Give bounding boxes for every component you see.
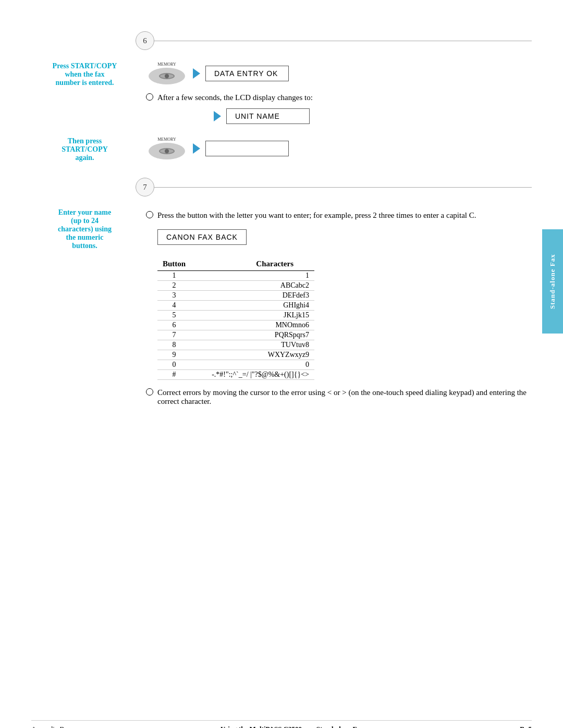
char-table: Button Characters 112ABCabc23DEFdef34GHI…	[157, 258, 314, 380]
canon-box-container: CANON FAX BACK	[157, 225, 532, 251]
table-cell-button: 5	[157, 311, 206, 320]
table-cell-button: 0	[157, 360, 206, 370]
table-row: 2ABCabc2	[157, 281, 314, 291]
table-cell-chars: MNOmno6	[206, 320, 314, 330]
step6-again-right: MEMORY	[146, 134, 532, 162]
table-cell-chars: -.*#!":;^`_=/ |"?$@%&+()[]{}<>	[206, 370, 314, 380]
table-cell-chars: DEFdef3	[206, 291, 314, 301]
table-row: 11	[157, 271, 314, 281]
table-cell-chars: WXYZwxyz9	[206, 350, 314, 360]
col-chars-header: Characters	[206, 258, 314, 271]
table-cell-chars: PQRSpqrs7	[206, 330, 314, 340]
table-cell-button: #	[157, 370, 206, 380]
table-cell-chars: 1	[206, 271, 314, 281]
step6-press-row: Press START/COPY when the fax number is …	[31, 59, 532, 87]
main-content: 6 Press START/COPY when the fax number i…	[31, 31, 532, 411]
bullet-icon-1	[146, 93, 153, 101]
table-cell-chars: TUVtuv8	[206, 340, 314, 350]
step7-bullet-text2: Correct errors by moving the cursor to t…	[157, 388, 532, 406]
table-cell-button: 8	[157, 340, 206, 350]
step6-bullet: After a few seconds, the LCD display cha…	[146, 93, 532, 102]
table-row: 6MNOmno6	[157, 320, 314, 330]
arrow-icon-1	[193, 68, 200, 79]
lcd-unit-name: UNIT NAME	[226, 108, 310, 124]
step6-divider: 6	[31, 31, 532, 50]
table-cell-chars: ABCabc2	[206, 281, 314, 291]
table-cell-button: 4	[157, 301, 206, 311]
arrow-icon-3	[193, 143, 200, 154]
footer-appendix: Appendix B	[31, 725, 64, 728]
step6-line	[154, 41, 532, 41]
table-row: 4GHIghi4	[157, 301, 314, 311]
step7-bullet-2: Correct errors by moving the cursor to t…	[146, 388, 532, 406]
step7-left-instruction: Enter your name (up to 24 characters) us…	[31, 206, 146, 250]
table-row: 7PQRSpqrs7	[157, 330, 314, 340]
table-row: 3DEFdef3	[157, 291, 314, 301]
char-table-container: Button Characters 112ABCabc23DEFdef34GHI…	[157, 258, 532, 380]
lcd-empty	[205, 141, 289, 156]
step6-bullet-row: After a few seconds, the LCD display cha…	[31, 93, 532, 102]
fax-device-icon-2: MEMORY	[149, 137, 185, 159]
table-row: 9WXYZwxyz9	[157, 350, 314, 360]
unit-name-device-row: UNIT NAME	[209, 108, 532, 124]
table-row: 8TUVtuv8	[157, 340, 314, 350]
col-button-header: Button	[157, 258, 206, 271]
table-cell-chars: GHIghi4	[206, 301, 314, 311]
device-row-2: MEMORY	[146, 137, 532, 159]
table-cell-button: 9	[157, 350, 206, 360]
table-cell-button: 3	[157, 291, 206, 301]
table-cell-chars: 0	[206, 360, 314, 370]
table-row: 00	[157, 360, 314, 370]
table-cell-button: 7	[157, 330, 206, 340]
step6-bullet-text: After a few seconds, the LCD display cha…	[157, 93, 532, 102]
device-row-1: MEMORY DATA ENTRY OK	[146, 62, 532, 84]
unit-name-row: UNIT NAME	[31, 108, 532, 124]
table-cell-button: 1	[157, 271, 206, 281]
side-tab-label: Stand-alone Fax	[548, 254, 557, 309]
table-row: 5JKLjk15	[157, 311, 314, 320]
step7-divider: 7	[31, 178, 532, 196]
table-row: #-.*#!":;^`_=/ |"?$@%&+()[]{}<>	[157, 370, 314, 380]
page: Stand-alone Fax 6 Press START/COPY when …	[0, 31, 563, 728]
step6-left-instruction2: Then press START/COPY again.	[31, 134, 146, 162]
step7-line	[154, 187, 532, 188]
footer-page: B- 5	[520, 725, 532, 728]
fax-device-icon-1: MEMORY	[149, 62, 185, 84]
table-cell-chars: JKLjk15	[206, 311, 314, 320]
bullet-icon-3	[146, 388, 153, 396]
step7-row: Enter your name (up to 24 characters) us…	[31, 206, 532, 411]
lcd-data-entry: DATA ENTRY OK	[205, 66, 289, 81]
side-tab: Stand-alone Fax	[542, 229, 563, 334]
step7-right-content: Press the button with the letter you wan…	[146, 206, 532, 411]
step7-bullet-text1: Press the button with the letter you wan…	[157, 211, 532, 220]
footer-title: Using the MultiPASS C3500 as a Stand-alo…	[221, 725, 364, 728]
step7-number: 7	[136, 178, 154, 196]
step7-bullet-1: Press the button with the letter you wan…	[146, 211, 532, 220]
arrow-icon-2	[214, 111, 221, 121]
bullet-icon-2	[146, 211, 153, 218]
footer: Appendix B Using the MultiPASS C3500 as …	[31, 720, 532, 728]
step6-left-instruction: Press START/COPY when the fax number is …	[31, 59, 146, 87]
step6-right-content: MEMORY DATA ENTRY OK	[146, 59, 532, 87]
table-cell-button: 2	[157, 281, 206, 291]
table-cell-button: 6	[157, 320, 206, 330]
canon-fax-back-box: CANON FAX BACK	[157, 229, 247, 245]
step6-again-row: Then press START/COPY again. MEMORY	[31, 134, 532, 162]
step6-number: 6	[136, 31, 154, 50]
